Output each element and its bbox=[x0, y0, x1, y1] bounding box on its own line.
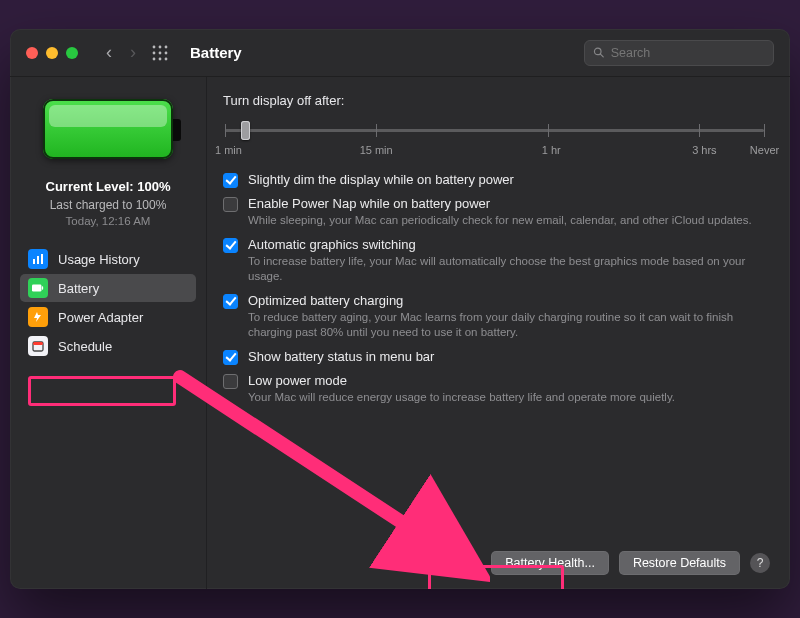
current-level: Current Level: 100% bbox=[46, 179, 171, 194]
preferences-window: ‹ › Battery Current Level: 100% Last cha… bbox=[10, 29, 790, 589]
sidebar-item-label: Schedule bbox=[58, 339, 112, 354]
sidebar: Current Level: 100% Last charged to 100%… bbox=[10, 77, 206, 589]
option-dim-display[interactable]: Slightly dim the display while on batter… bbox=[223, 172, 770, 188]
svg-rect-12 bbox=[37, 256, 39, 264]
forward-button[interactable]: › bbox=[130, 42, 136, 63]
window-title: Battery bbox=[190, 44, 242, 61]
zoom-window[interactable] bbox=[66, 47, 78, 59]
sidebar-item-schedule[interactable]: Schedule bbox=[20, 332, 196, 360]
checkbox[interactable] bbox=[223, 197, 238, 212]
footer-buttons: Battery Health... Restore Defaults ? bbox=[491, 551, 770, 575]
svg-line-10 bbox=[600, 54, 603, 57]
calendar-icon bbox=[28, 336, 48, 356]
svg-rect-17 bbox=[33, 342, 43, 345]
battery-status: Current Level: 100% Last charged to 100%… bbox=[46, 179, 171, 227]
svg-point-0 bbox=[153, 45, 156, 48]
svg-rect-13 bbox=[41, 254, 43, 264]
checkbox[interactable] bbox=[223, 350, 238, 365]
option-auto-graphics[interactable]: Automatic graphics switching To increase… bbox=[223, 237, 770, 285]
sidebar-item-battery[interactable]: Battery bbox=[20, 274, 196, 302]
last-charged: Last charged to 100% bbox=[46, 198, 171, 212]
svg-point-4 bbox=[159, 51, 162, 54]
svg-point-2 bbox=[165, 45, 168, 48]
checkbox[interactable] bbox=[223, 238, 238, 253]
sidebar-item-label: Power Adapter bbox=[58, 310, 143, 325]
restore-defaults-button[interactable]: Restore Defaults bbox=[619, 551, 740, 575]
svg-point-8 bbox=[165, 57, 168, 60]
sidebar-item-power-adapter[interactable]: Power Adapter bbox=[20, 303, 196, 331]
sidebar-item-label: Battery bbox=[58, 281, 99, 296]
battery-hero-icon bbox=[43, 99, 173, 159]
checkbox[interactable] bbox=[223, 173, 238, 188]
close-window[interactable] bbox=[26, 47, 38, 59]
svg-point-3 bbox=[153, 51, 156, 54]
search-icon bbox=[593, 46, 605, 59]
option-power-nap[interactable]: Enable Power Nap while on battery power … bbox=[223, 196, 770, 229]
svg-rect-14 bbox=[32, 285, 41, 292]
display-off-slider[interactable]: 1 min 15 min 1 hr 3 hrs Never bbox=[223, 118, 770, 158]
svg-point-1 bbox=[159, 45, 162, 48]
plug-icon bbox=[28, 307, 48, 327]
chart-bar-icon bbox=[28, 249, 48, 269]
last-time: Today, 12:16 AM bbox=[46, 215, 171, 227]
svg-rect-15 bbox=[42, 286, 43, 289]
main-panel: Turn display off after: 1 min 15 min 1 h… bbox=[206, 77, 790, 589]
option-low-power[interactable]: Low power mode Your Mac will reduce ener… bbox=[223, 373, 770, 406]
option-optimized-charging[interactable]: Optimized battery charging To reduce bat… bbox=[223, 293, 770, 341]
back-button[interactable]: ‹ bbox=[106, 42, 112, 63]
slider-thumb[interactable] bbox=[241, 121, 250, 140]
sidebar-item-label: Usage History bbox=[58, 252, 140, 267]
checkbox[interactable] bbox=[223, 374, 238, 389]
show-all-icon[interactable] bbox=[152, 45, 168, 61]
svg-point-5 bbox=[165, 51, 168, 54]
nav-arrows: ‹ › bbox=[106, 42, 136, 63]
titlebar: ‹ › Battery bbox=[10, 29, 790, 77]
battery-icon bbox=[28, 278, 48, 298]
window-controls bbox=[26, 47, 78, 59]
svg-point-6 bbox=[153, 57, 156, 60]
options-list: Slightly dim the display while on batter… bbox=[223, 172, 770, 405]
slider-label: Turn display off after: bbox=[223, 93, 770, 108]
sidebar-item-usage-history[interactable]: Usage History bbox=[20, 245, 196, 273]
slider-tick-labels: 1 min 15 min 1 hr 3 hrs Never bbox=[223, 144, 770, 158]
svg-rect-11 bbox=[33, 259, 35, 264]
search-input[interactable] bbox=[611, 46, 765, 60]
svg-point-7 bbox=[159, 57, 162, 60]
checkbox[interactable] bbox=[223, 294, 238, 309]
help-button[interactable]: ? bbox=[750, 553, 770, 573]
option-menu-bar[interactable]: Show battery status in menu bar bbox=[223, 349, 770, 365]
search-field[interactable] bbox=[584, 40, 774, 66]
battery-health-button[interactable]: Battery Health... bbox=[491, 551, 609, 575]
sidebar-list: Usage History Battery Power Adapter Sche… bbox=[20, 245, 196, 360]
minimize-window[interactable] bbox=[46, 47, 58, 59]
